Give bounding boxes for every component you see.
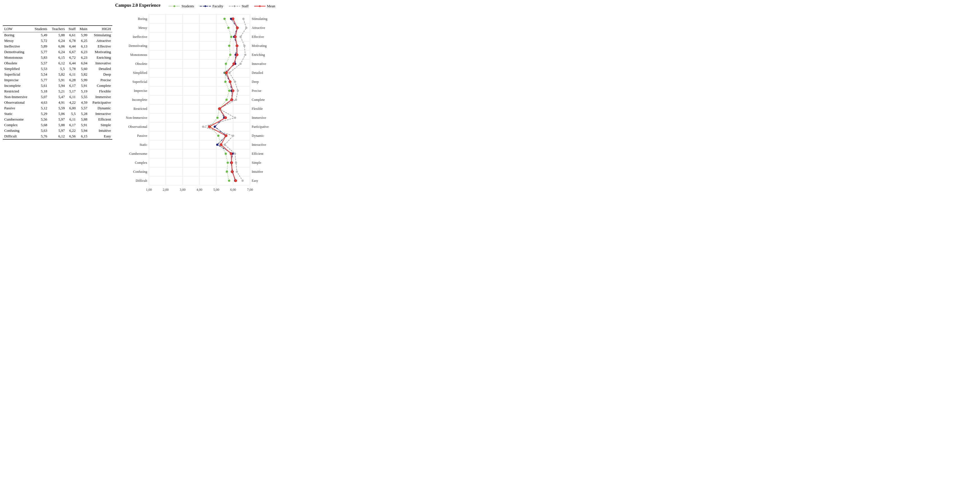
table-cell: 6,11: [66, 94, 77, 100]
table-cell: Efficient: [89, 116, 112, 122]
table-cell: Non-Immersive: [3, 94, 32, 100]
table-cell: Confusing: [3, 128, 32, 134]
table-cell: 5,91: [49, 77, 66, 83]
table-row: Simplified5,535,55,785,60Detailed: [3, 66, 112, 72]
table-row: Complex5,685,886,175,91Simple: [3, 122, 112, 128]
table-cell: 6,24: [49, 49, 66, 55]
table-cell: Observational: [3, 100, 32, 105]
table-cell: Messy: [3, 38, 32, 43]
table-cell: 6,12: [49, 134, 66, 139]
data-table: LOW Students Teachers Staff Main HIGH Bo…: [3, 25, 112, 140]
table-cell: 5,77: [32, 49, 49, 55]
table-cell: 6,15: [49, 55, 66, 61]
table-row: Cumbersome5,565,976,115,88Efficient: [3, 116, 112, 122]
table-cell: Demotivating: [3, 49, 32, 55]
table-cell: 5,78: [66, 66, 77, 72]
table-cell: Immersive: [89, 94, 112, 100]
table-cell: 5,07: [32, 94, 49, 100]
table-cell: 5,91: [77, 122, 89, 128]
table-cell: 5,49: [32, 32, 49, 38]
table-cell: 5,88: [49, 122, 66, 128]
table-cell: 5,82: [77, 72, 89, 77]
table-row: Monotonous5,836,156,726,23Enriching: [3, 55, 112, 61]
table-cell: Simplified: [3, 66, 32, 72]
table-cell: 6,00: [66, 105, 77, 111]
table-row: Observational4,634,914,224,59Participati…: [3, 100, 112, 105]
table-cell: 5,19: [77, 89, 89, 94]
table-cell: 6,11: [66, 72, 77, 77]
table-cell: 5,77: [32, 77, 49, 83]
table-cell: 6,23: [77, 49, 89, 55]
table-cell: 5,72: [32, 38, 49, 43]
table-cell: 5,61: [32, 83, 49, 89]
table-row: Obsolete5,576,126,446,04Innovative: [3, 61, 112, 66]
table-cell: 4,22: [66, 100, 77, 105]
table-cell: Stimulating: [89, 32, 112, 38]
table-cell: 6,22: [66, 128, 77, 134]
table-cell: Enriching: [89, 55, 112, 61]
table-row: Incomplete5,615,946,175,91Complete: [3, 83, 112, 89]
table-cell: 5,57: [32, 61, 49, 66]
table-cell: 6,04: [77, 61, 89, 66]
table-row: Boring5,495,886,615,99Stimulating: [3, 32, 112, 38]
table-cell: Easy: [89, 134, 112, 139]
table-cell: Attractive: [89, 38, 112, 43]
chart-title: Campus 2.0 Experience: [115, 3, 161, 8]
col-header-low: LOW: [3, 26, 32, 32]
main-container: LOW Students Teachers Staff Main HIGH Bo…: [0, 0, 327, 198]
table-cell: Precise: [89, 77, 112, 83]
svg-point-5: [234, 5, 235, 7]
table-cell: Deep: [89, 72, 112, 77]
table-cell: 5,55: [77, 94, 89, 100]
svg-point-1: [173, 5, 175, 7]
table-cell: Dynamic: [89, 105, 112, 111]
table-row: Messy5,726,246,786,25Attractive: [3, 38, 112, 43]
data-table-section: LOW Students Teachers Staff Main HIGH Bo…: [3, 3, 112, 195]
table-cell: 6,23: [77, 55, 89, 61]
table-cell: 5,89: [32, 43, 49, 49]
table-cell: 5,68: [32, 122, 49, 128]
table-cell: 5,56: [32, 116, 49, 122]
col-header-teachers: Teachers: [49, 26, 66, 32]
table-cell: Motivating: [89, 49, 112, 55]
table-cell: 5,88: [49, 32, 66, 38]
table-row: Restricted5,185,215,175,19Flexible: [3, 89, 112, 94]
table-cell: 6,44: [66, 61, 77, 66]
table-cell: 6,25: [77, 38, 89, 43]
table-cell: Obsolete: [3, 61, 32, 66]
table-cell: 6,11: [66, 116, 77, 122]
table-cell: 6,44: [66, 43, 77, 49]
table-row: Difficult5,766,126,566,15Easy: [3, 134, 112, 139]
table-cell: 6,15: [77, 134, 89, 139]
table-cell: 6,12: [49, 61, 66, 66]
table-cell: 5,82: [49, 72, 66, 77]
table-cell: 5,63: [32, 128, 49, 134]
table-cell: Static: [3, 111, 32, 116]
table-cell: 6,78: [66, 38, 77, 43]
table-cell: 4,63: [32, 100, 49, 105]
table-cell: Intuitive: [89, 128, 112, 134]
table-cell: 6,61: [66, 32, 77, 38]
table-cell: Detailed: [89, 66, 112, 72]
col-header-staff: Staff: [66, 26, 77, 32]
table-cell: Monotonous: [3, 55, 32, 61]
table-cell: 6,56: [66, 134, 77, 139]
table-row: Superficial5,545,826,115,82Deep: [3, 72, 112, 77]
table-cell: 6,72: [66, 55, 77, 61]
table-cell: 5,97: [49, 116, 66, 122]
table-cell: 4,59: [77, 100, 89, 105]
table-cell: 5,76: [32, 134, 49, 139]
table-cell: Effective: [89, 43, 112, 49]
table-cell: Cumbersome: [3, 116, 32, 122]
table-cell: Incomplete: [3, 83, 32, 89]
chart-canvas: [115, 11, 284, 194]
col-header-students: Students: [32, 26, 49, 32]
table-cell: Complete: [89, 83, 112, 89]
legend-mean: Mean: [254, 4, 275, 8]
svg-point-3: [204, 5, 206, 7]
table-cell: 5,97: [49, 128, 66, 134]
table-row: Passive5,125,596,005,57Dynamic: [3, 105, 112, 111]
table-cell: 6,06: [49, 43, 66, 49]
table-cell: 5,83: [32, 55, 49, 61]
chart-container: [115, 11, 324, 195]
